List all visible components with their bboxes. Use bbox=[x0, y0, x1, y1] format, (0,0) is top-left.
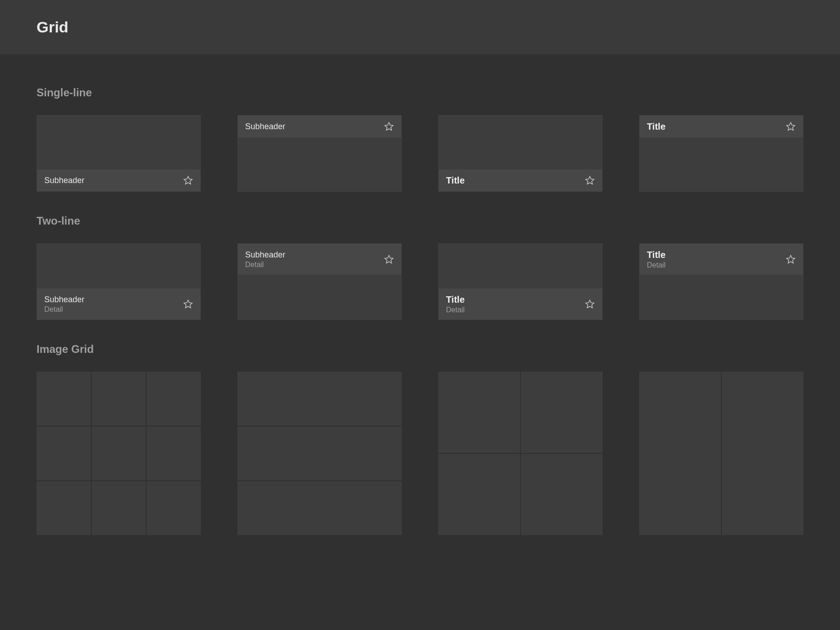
image-cell[interactable] bbox=[37, 481, 91, 535]
tile-text: Title bbox=[446, 175, 465, 186]
image-cell[interactable] bbox=[438, 454, 520, 535]
tile-text: Subheader Detail bbox=[245, 250, 285, 269]
two-line-row: Subheader Detail Subheader Detail bbox=[37, 243, 803, 320]
tile-bar: Title Detail bbox=[439, 289, 602, 320]
star-icon[interactable] bbox=[786, 121, 796, 131]
image-grid-1x3 bbox=[237, 372, 402, 535]
tile-label: Subheader bbox=[44, 176, 84, 185]
image-cell[interactable] bbox=[237, 372, 402, 425]
tile-detail: Detail bbox=[446, 306, 465, 314]
image-cell[interactable] bbox=[237, 481, 402, 535]
tile-text: Title bbox=[647, 121, 666, 132]
star-icon[interactable] bbox=[384, 121, 394, 131]
image-cell[interactable] bbox=[147, 426, 201, 480]
tile-bar: Title bbox=[640, 116, 803, 137]
star-icon[interactable] bbox=[786, 254, 796, 264]
tile-detail: Detail bbox=[44, 305, 84, 314]
tile-bar: Subheader bbox=[238, 116, 401, 137]
tile-label: Title bbox=[446, 175, 465, 186]
tile-text: Title Detail bbox=[647, 250, 666, 269]
star-icon[interactable] bbox=[384, 254, 394, 264]
grid-tile[interactable]: Title Detail bbox=[639, 243, 803, 320]
tile-label: Title bbox=[647, 250, 666, 260]
image-cell[interactable] bbox=[237, 426, 402, 480]
image-grid-2x2 bbox=[438, 372, 603, 535]
tile-label: Title bbox=[446, 294, 465, 305]
image-cell[interactable] bbox=[639, 372, 721, 535]
star-icon[interactable] bbox=[183, 299, 193, 309]
image-cell[interactable] bbox=[92, 426, 146, 480]
image-cell[interactable] bbox=[147, 372, 201, 425]
section-heading-single-line: Single-line bbox=[37, 86, 803, 99]
tile-bar: Title bbox=[439, 169, 602, 191]
image-cell[interactable] bbox=[438, 372, 520, 453]
star-icon[interactable] bbox=[585, 299, 595, 309]
grid-tile[interactable]: Subheader bbox=[37, 115, 201, 192]
image-cell[interactable] bbox=[722, 372, 803, 535]
grid-tile[interactable]: Title bbox=[438, 115, 603, 192]
tile-text: Subheader Detail bbox=[44, 295, 84, 314]
tile-detail: Detail bbox=[245, 261, 285, 269]
grid-tile[interactable]: Subheader Detail bbox=[37, 243, 201, 320]
page-header: Grid bbox=[0, 0, 840, 54]
star-icon[interactable] bbox=[585, 175, 595, 185]
tile-detail: Detail bbox=[647, 261, 666, 269]
image-cell[interactable] bbox=[92, 372, 146, 425]
image-cell[interactable] bbox=[521, 454, 603, 535]
tile-bar: Subheader Detail bbox=[37, 289, 200, 320]
page-title: Grid bbox=[37, 18, 803, 36]
tile-text: Subheader bbox=[44, 176, 84, 185]
section-heading-two-line: Two-line bbox=[37, 215, 803, 227]
tile-label: Title bbox=[647, 121, 666, 132]
image-grid-2x1 bbox=[639, 372, 803, 535]
grid-tile[interactable]: Subheader bbox=[237, 115, 402, 192]
grid-tile[interactable]: Subheader Detail bbox=[237, 243, 402, 320]
tile-label: Subheader bbox=[245, 122, 285, 131]
tile-label: Subheader bbox=[245, 250, 285, 260]
image-grid-row bbox=[37, 372, 803, 535]
single-line-row: Subheader Subheader Title bbox=[37, 115, 803, 192]
image-cell[interactable] bbox=[37, 372, 91, 425]
section-heading-image-grid: Image Grid bbox=[37, 343, 803, 356]
image-cell[interactable] bbox=[147, 481, 201, 535]
star-icon[interactable] bbox=[183, 175, 193, 185]
content-area: Single-line Subheader Subheader bbox=[0, 54, 840, 553]
image-cell[interactable] bbox=[92, 481, 146, 535]
tile-bar: Title Detail bbox=[640, 244, 803, 275]
tile-text: Title Detail bbox=[446, 294, 465, 314]
grid-tile[interactable]: Title Detail bbox=[438, 243, 603, 320]
tile-bar: Subheader bbox=[37, 169, 200, 191]
grid-tile[interactable]: Title bbox=[639, 115, 803, 192]
tile-text: Subheader bbox=[245, 122, 285, 131]
image-grid-3x3 bbox=[37, 372, 201, 535]
image-cell[interactable] bbox=[521, 372, 603, 453]
image-cell[interactable] bbox=[37, 426, 91, 480]
tile-label: Subheader bbox=[44, 295, 84, 304]
tile-bar: Subheader Detail bbox=[238, 244, 401, 275]
